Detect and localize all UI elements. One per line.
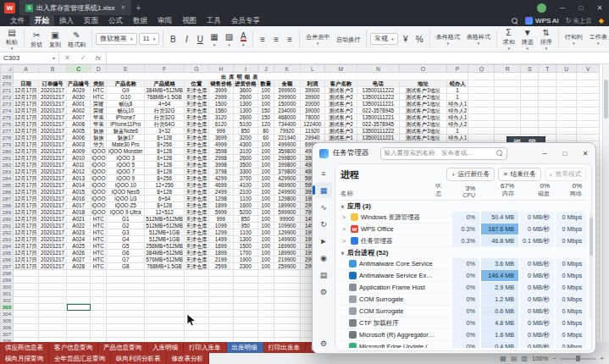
column-header-L[interactable]: L <box>300 65 324 73</box>
cell-Q271[interactable] <box>468 87 495 94</box>
cell-D271[interactable]: HTC <box>91 87 107 94</box>
cell-I273[interactable]: 1300 <box>233 101 257 108</box>
row-header-294[interactable]: 294 <box>1 243 14 250</box>
view-normal-icon[interactable]: ▦ <box>500 355 507 362</box>
cell-D270[interactable]: 类别 <box>91 80 107 87</box>
select-all-corner[interactable] <box>1 65 14 73</box>
cell-A279[interactable]: 12月17日 <box>14 141 39 148</box>
row-header-299[interactable]: 299 <box>1 277 14 284</box>
cell-B303[interactable] <box>39 304 67 311</box>
cell-P273[interactable]: 经办人1 <box>446 101 468 108</box>
cell-K302[interactable] <box>274 297 300 304</box>
cell-E291[interactable]: G2 <box>107 223 145 229</box>
column-header-O[interactable]: O <box>399 65 446 73</box>
cell-J301[interactable] <box>257 290 274 297</box>
cell-J300[interactable] <box>257 284 274 290</box>
cell-J284[interactable]: 100 <box>257 175 274 182</box>
sheet-tab-出库明细[interactable]: 出库明细 <box>227 342 263 353</box>
cell-O276[interactable]: 测试客户2地址 <box>399 121 446 128</box>
cell-I293[interactable]: 1300 <box>233 236 257 243</box>
cell-A272[interactable]: 12月17日 <box>14 94 39 101</box>
cell-J279[interactable]: 100 <box>257 141 274 148</box>
column-header-G[interactable]: G <box>184 65 208 73</box>
cell-M273[interactable]: 测试客户1 <box>324 101 357 108</box>
cell-O277[interactable]: 测试客户3地址 <box>399 128 446 135</box>
cell-I279[interactable]: 4300 <box>233 141 257 148</box>
cell-H279[interactable]: 4999 <box>208 141 233 148</box>
cell-E289[interactable]: iQOO 9 Ultra <box>107 209 145 216</box>
cell-H285[interactable]: 4699 <box>208 182 233 189</box>
cell-B275[interactable]: 20201217 <box>39 114 67 121</box>
cell-D299[interactable] <box>91 277 107 284</box>
cell-D291[interactable]: HTC <box>91 223 107 229</box>
cell-I301[interactable] <box>233 290 257 297</box>
cell-B294[interactable]: 20201217 <box>39 243 67 250</box>
cell-I303[interactable] <box>233 304 257 311</box>
cell-K307[interactable] <box>274 331 300 338</box>
cell-H291[interactable]: 1099 <box>208 223 233 229</box>
row-header-280[interactable]: 280 <box>1 148 14 155</box>
cell-M272[interactable]: 测试客户2 <box>324 94 357 101</box>
row-header-277[interactable]: 277 <box>1 128 14 135</box>
vertical-scrollbar[interactable] <box>602 64 609 342</box>
cell-D286[interactable]: iQOO <box>91 189 107 196</box>
cell-U271[interactable] <box>556 87 577 94</box>
cell-K303[interactable] <box>274 304 300 311</box>
cell-E271[interactable]: G9 <box>107 87 145 94</box>
cell-P276[interactable]: 经办人2 <box>446 121 468 128</box>
cell-I287[interactable]: 1100 <box>233 196 257 202</box>
cell-H278[interactable]: 3699 <box>208 135 233 141</box>
cell-E274[interactable]: 畅玩10 <box>107 108 145 114</box>
cell-L277[interactable]: 11920 <box>300 128 324 135</box>
cell-F280[interactable]: 8+128 <box>145 148 185 155</box>
cell-E286[interactable]: iQOO Neo5 <box>107 189 145 196</box>
cell-Q270[interactable] <box>468 80 495 87</box>
cell-H286[interactable]: 2499 <box>208 189 233 196</box>
taskmgr-search-input[interactable]: 输入要搜索的名称、发布者或... <box>380 147 507 160</box>
cell-S274[interactable] <box>521 108 539 114</box>
ribbon-align-right[interactable]: ≡ <box>284 34 296 45</box>
cell-C293[interactable]: A024 <box>67 236 91 243</box>
column-header-R[interactable]: R <box>495 65 521 73</box>
cell-D285[interactable]: iQOO <box>91 182 107 189</box>
cell-Q276[interactable] <box>468 121 495 128</box>
row-header-306[interactable]: 306 <box>1 324 14 331</box>
column-header-I[interactable]: I <box>233 65 257 73</box>
cell-T277[interactable] <box>539 128 556 135</box>
cell-G272[interactable]: 天津仓库 <box>184 94 208 101</box>
cell-S277[interactable] <box>521 128 539 135</box>
cell-B276[interactable]: 20201217 <box>39 121 67 128</box>
cell-G289[interactable]: 天津仓库 <box>184 209 208 216</box>
cell-Q272[interactable] <box>468 94 495 101</box>
cell-C291[interactable]: A022 <box>67 223 91 229</box>
cell-C307[interactable] <box>67 331 91 338</box>
cell-B282[interactable]: 20201217 <box>39 162 67 168</box>
cell-E302[interactable] <box>107 297 145 304</box>
cell-G271[interactable]: 天津仓库 <box>184 87 208 94</box>
cell-I304[interactable] <box>233 311 257 317</box>
cell-D273[interactable]: 荣耀 <box>91 101 107 108</box>
cell-E283[interactable]: iQOO 7 <box>107 168 145 175</box>
cell-J276[interactable]: 120 <box>257 121 274 128</box>
cell-K297[interactable]: 259900 <box>274 263 300 270</box>
cell-C303[interactable] <box>67 304 91 311</box>
cell-D300[interactable] <box>91 284 107 290</box>
cell-F288[interactable]: 8+128 <box>145 202 185 209</box>
cell-C292[interactable]: A023 <box>67 229 91 236</box>
cell-G273[interactable]: 天津仓库 <box>184 101 208 108</box>
close-button[interactable]: ✕ <box>590 0 609 15</box>
cell-A299[interactable] <box>14 277 39 284</box>
cell-A294[interactable]: 12月17日 <box>14 243 39 250</box>
cell-C276[interactable]: A008 <box>67 121 91 128</box>
cell-C288[interactable]: A017 <box>67 202 91 209</box>
zoom-level[interactable]: 100% <box>532 355 548 362</box>
cell-I298[interactable] <box>233 270 257 277</box>
cell-E277[interactable]: 魅蓝Note6 <box>107 128 145 135</box>
cell-E304[interactable] <box>107 311 145 317</box>
cell-D298[interactable] <box>91 270 107 277</box>
cell-E285[interactable]: iQOO 10 <box>107 182 145 189</box>
cell-J285[interactable]: 100 <box>257 182 274 189</box>
cell-B270[interactable]: 订单编号 <box>39 80 67 87</box>
cell-R269[interactable] <box>495 73 521 80</box>
efficiency-mode-button[interactable]: ◐效率模式 <box>545 168 586 181</box>
